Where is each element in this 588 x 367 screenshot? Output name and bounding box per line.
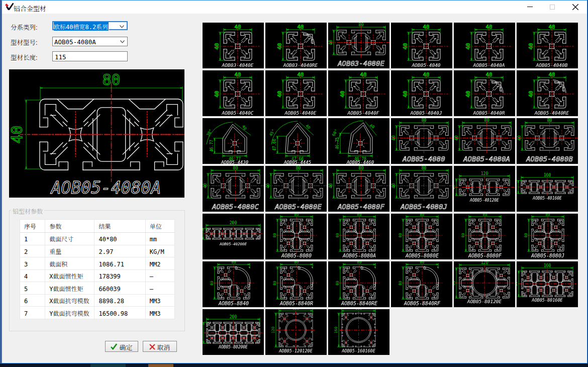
profile-thumbnail-AOB05-4430[interactable]: 30°46.7746.7740AOB05-4430 (203, 118, 264, 164)
svg-text:200: 200 (230, 221, 237, 225)
profile-thumbnail-AOB05-4040B[interactable]: 4040AOB05-4040B (517, 23, 578, 68)
profile-thumbnail-AOB05-8080[interactable]: 8080AOB05-8080 (265, 214, 327, 259)
svg-text:80: 80 (517, 282, 518, 287)
profile-thumbnail-AOB05-8840RF[interactable]: 8080AOB05-8840RF (391, 261, 452, 307)
ok-button[interactable]: 确定 (105, 341, 138, 352)
model-combobox[interactable]: AOB05-4080A (52, 37, 128, 46)
params-cell: X截面惯性矩 (45, 269, 94, 282)
profile-thumbnail-AOB05-8080E[interactable]: 8080AOB05-8080E (391, 214, 452, 259)
profile-thumbnail-AOB05-8080J[interactable]: 8080AOB05-8080J (517, 214, 578, 259)
profile-thumbnail-AOB05-4040R[interactable]: 4040AOB05-4040R (454, 70, 515, 116)
profile-thumbnail-AOB05-4080F[interactable]: 8040AOB05-4080F (328, 166, 389, 212)
svg-text:40: 40 (517, 135, 522, 140)
svg-text:AOB05-8080A: AOB05-8080A (342, 253, 376, 258)
profile-thumbnail-AOB05-4460[interactable]: 60°46.7546.7840AOB05-4460 (328, 118, 389, 164)
profile-drawing: 8040AOB03-4080E (328, 23, 389, 68)
svg-text:40: 40 (297, 24, 304, 30)
close-button[interactable] (567, 1, 584, 14)
svg-text:AOB05-8080E: AOB05-8080E (405, 253, 439, 258)
profile-thumbnail-AOB05-4040F[interactable]: 4040AOB05-4040F (328, 70, 389, 116)
params-cell: MM3 (145, 294, 174, 307)
svg-text:40: 40 (214, 90, 220, 97)
profile-thumbnail-AOB05-4080J[interactable]: 8040AOB05-4080J (391, 166, 452, 212)
profile-thumbnail-AOB05-4040C[interactable]: 4040AOB05-4040C (203, 70, 264, 116)
profile-thumbnail-AOB05-80160E[interactable]: 16080AOB05-80160E (517, 261, 578, 307)
svg-text:40: 40 (528, 90, 534, 97)
profile-thumbnail-AOB05-4080E[interactable]: 8040AOB05-4080E (265, 166, 327, 212)
svg-text:AOB05-4040: AOB05-4040 (411, 62, 440, 68)
length-input[interactable]: 115 (52, 51, 128, 61)
svg-text:AOB05-4080J: AOB05-4080J (400, 203, 447, 211)
maximize-button[interactable] (544, 1, 561, 14)
params-cell: Y截面抗弯模数 (45, 307, 94, 319)
cancel-button[interactable]: 取消 (143, 341, 177, 352)
svg-text:120: 120 (292, 309, 300, 311)
profile-thumbnail-AOB05-4040E[interactable]: 4040AOB05-4040E (265, 70, 327, 116)
profile-thumbnail-AOB05-4080C[interactable]: 8040AOB05-4080C (203, 166, 264, 212)
params-row: 2重量2.97KG/M (20, 245, 175, 257)
profile-thumbnail-AOB05-4040J[interactable]: 4040AOB05-4040J (391, 70, 452, 116)
svg-text:AOB05-4080A: AOB05-4080A (50, 178, 161, 198)
profile-thumbnail-AOB03-4040RE[interactable]: 4040AOB03-4040RE (265, 23, 327, 68)
profile-thumbnail-AOB05-4080B[interactable]: 8040AOB05-4080B (517, 118, 578, 164)
svg-text:40: 40 (369, 123, 375, 130)
svg-text:AOB03-4040RE: AOB03-4040RE (283, 62, 318, 68)
profile-thumbnail-AOB05-160160E[interactable]: 160160AOB05-160160E (328, 309, 389, 355)
svg-text:40: 40 (391, 135, 396, 140)
profile-thumbnail-AOB03-4080E[interactable]: 8040AOB03-4080E (328, 23, 389, 68)
profile-drawing: 4040AOB05-4040B (517, 23, 578, 68)
svg-text:40: 40 (517, 185, 518, 190)
params-header-row: 序号参数结果单位 (20, 220, 175, 233)
svg-text:AOB05-4080C: AOB05-4080C (212, 203, 259, 211)
svg-text:80: 80 (294, 261, 299, 264)
profile-drawing: 8080AOB05-8080J (517, 214, 578, 259)
screen: { "window": { "title": "铝合金型材", "minimiz… (0, 0, 588, 367)
params-cell: 2 (20, 245, 45, 257)
profile-thumbnail-AOB05-4040RE[interactable]: 4040AOB05-4040RE (517, 70, 578, 116)
length-value: 115 (55, 53, 66, 61)
svg-text:AOB05-120120E: AOB05-120120E (278, 348, 313, 353)
svg-text:AOB05-4080E: AOB05-4080E (274, 203, 322, 211)
svg-text:40: 40 (241, 124, 248, 131)
profile-thumbnail-AOB05-4040[interactable]: 4040AOB05-4040 (391, 23, 452, 68)
profile-drawing: 4040AOB05-4040C (203, 70, 264, 116)
profile-thumbnail-AOB05-8840RE[interactable]: 8080AOB05-8840RE (328, 261, 389, 307)
profile-thumbnail-AOB05-4080A[interactable]: 8040AOB05-4080A (454, 118, 515, 164)
profile-thumbnail-AOB05-8080A[interactable]: 8080AOB05-8080A (328, 214, 389, 259)
minimize-button[interactable] (521, 1, 538, 14)
profile-drawing: 4040AOB03-4040E (203, 23, 264, 68)
length-label: 型材长度: (11, 53, 40, 62)
params-cell: 截面积 (45, 257, 94, 270)
profile-thumbnail-AOB03-4040E[interactable]: 4040AOB03-4040E (203, 23, 264, 68)
params-row: 1截面尺寸40*80mm (20, 233, 175, 245)
profile-drawing: 4040AOB05-4040A (454, 23, 515, 68)
svg-text:80: 80 (335, 233, 340, 238)
profile-thumbnail-AOB05-80120E[interactable]: 12080AOB05-80120E (454, 261, 515, 307)
svg-text:AOB03-4040E: AOB03-4040E (222, 62, 254, 68)
profile-thumbnail-AOB05-40120E[interactable]: 12040AOB05-40120E (454, 166, 515, 212)
params-row: 7Y截面抗弯模数16500.98MM3 (20, 307, 175, 319)
profile-thumbnail-AOB05-8080F[interactable]: 8080AOB05-8080F (454, 214, 515, 259)
profile-thumbnail-AOB05-8840[interactable]: 8080AOB05-8840 (203, 261, 264, 307)
profile-thumbnail-AOB05-40160E[interactable]: 16040AOB05-40160E (517, 166, 578, 212)
params-cell: MM3 (145, 307, 174, 319)
params-cell: Y截面惯性矩 (45, 282, 94, 295)
series-combobox[interactable]: 欧标40槽宽8.2系列 (52, 21, 128, 30)
params-row: 3截面积1086.71MM2 (20, 257, 175, 270)
svg-text:40: 40 (203, 183, 208, 188)
profile-thumbnail-AOB05-4080[interactable]: 8040AOB05-4080 (391, 118, 452, 164)
svg-text:40: 40 (485, 24, 492, 30)
profile-thumbnail-AOB05-80200E[interactable]: 20080AOB05-80200E (203, 309, 264, 355)
profile-thumbnail-AOB05-8840R[interactable]: 8080AOB05-8840R (265, 261, 327, 307)
profile-drawing: 4040AOB05-4040E (265, 70, 327, 116)
profile-drawing: 8040AOB05-4080E (265, 166, 327, 212)
svg-text:40: 40 (454, 135, 459, 140)
profile-thumbnail-AOB05-40200E[interactable]: 20040AOB05-40200E (203, 214, 264, 259)
svg-text:40: 40 (234, 71, 241, 78)
svg-text:AOB05-4080A: AOB05-4080A (463, 155, 510, 163)
profile-thumbnail-AOB05-4445[interactable]: 45°47.6647.6640AOB05-4445 (265, 118, 327, 164)
svg-text:200: 200 (230, 315, 237, 319)
profile-thumbnail-AOB05-120120E[interactable]: 120120AOB05-120120E (265, 309, 327, 355)
svg-text:45°: 45° (268, 128, 276, 137)
profile-thumbnail-AOB05-4040A[interactable]: 4040AOB05-4040A (454, 23, 515, 68)
